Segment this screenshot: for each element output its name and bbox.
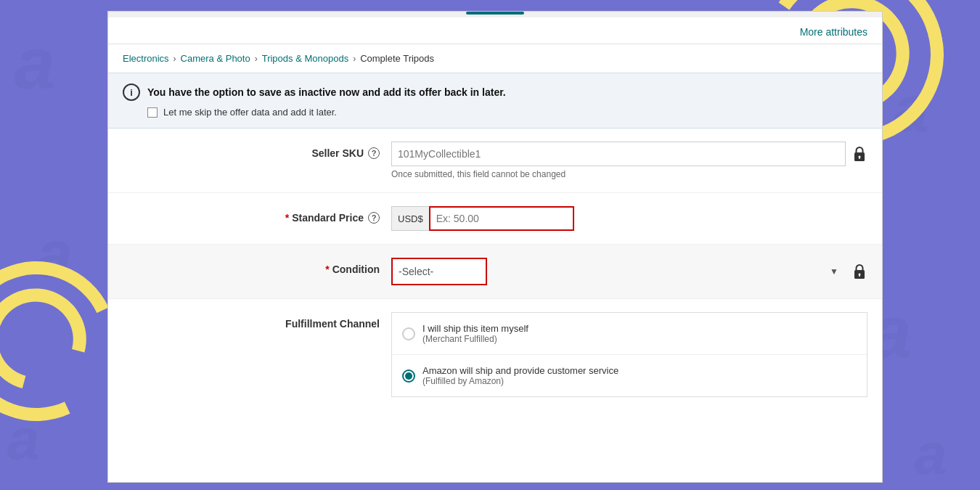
standard-price-input[interactable] — [429, 206, 574, 231]
spiral-inner-decoration — [0, 270, 105, 409]
seller-sku-field-col: Once submitted, this field cannot be cha… — [391, 142, 867, 179]
breadcrumb-item-tripods[interactable]: Tripods & Monopods — [262, 53, 348, 64]
price-field-row: USD$ — [391, 206, 867, 231]
info-banner-title-row: i You have the option to save as inactiv… — [123, 83, 867, 101]
info-banner-title-text: You have the option to save as inactive … — [147, 86, 506, 98]
breadcrumb-item-camera[interactable]: Camera & Photo — [181, 53, 250, 64]
condition-chevron-icon: ▼ — [830, 266, 838, 277]
seller-sku-label-col: Seller SKU ? — [108, 142, 391, 159]
condition-label: Condition — [332, 264, 380, 275]
standard-price-help-icon[interactable]: ? — [368, 212, 380, 224]
fulfillment-option-merchant-sub: (Merchant Fulfilled) — [422, 334, 528, 344]
standard-price-label: Standard Price — [292, 212, 364, 224]
seller-sku-hint: Once submitted, this field cannot be cha… — [391, 169, 867, 179]
info-icon: i — [123, 83, 140, 101]
info-banner: i You have the option to save as inactiv… — [108, 73, 882, 128]
standard-price-field-col: USD$ — [391, 206, 867, 231]
breadcrumb: Electronics › Camera & Photo › Tripods &… — [108, 44, 882, 73]
currency-label: USD$ — [391, 206, 429, 231]
seller-sku-label: Seller SKU — [311, 147, 364, 159]
seller-sku-input[interactable] — [391, 142, 846, 166]
condition-row: * Condition -Select- New Used - Like New… — [108, 245, 882, 299]
breadcrumb-sep-1: › — [173, 54, 176, 64]
condition-select-row: -Select- New Used - Like New Used - Very… — [391, 258, 867, 285]
breadcrumb-item-complete-tripods: Complete Tripods — [360, 53, 434, 64]
condition-select[interactable]: -Select- New Used - Like New Used - Very… — [391, 258, 487, 285]
fulfillment-option-merchant-label: I will ship this item myself — [422, 323, 528, 334]
progress-indicator — [466, 12, 524, 15]
standard-price-row: * Standard Price ? USD$ — [108, 193, 882, 245]
condition-select-wrapper: -Select- New Used - Like New Used - Very… — [391, 258, 846, 285]
fulfillment-label-col: Fulfillment Channel — [108, 312, 391, 330]
seller-sku-help-icon[interactable]: ? — [368, 147, 380, 159]
main-panel: More attributes Electronics › Camera & P… — [107, 11, 883, 483]
sku-field-row — [391, 142, 867, 166]
fulfillment-option-amazon-sub: (Fulfilled by Amazon) — [422, 376, 618, 386]
breadcrumb-sep-3: › — [353, 54, 356, 64]
seller-sku-row: Seller SKU ? Once submitted, this — [108, 128, 882, 193]
form-area: Seller SKU ? Once submitted, this — [108, 128, 882, 410]
fulfillment-field-col: I will ship this item myself (Merchant F… — [391, 312, 867, 397]
fulfillment-option-amazon-text: Amazon will ship and provide customer se… — [422, 365, 618, 386]
condition-lock-icon — [852, 264, 867, 279]
skip-offer-checkbox[interactable] — [147, 107, 158, 118]
more-attributes-link[interactable]: More attributes — [800, 26, 867, 38]
info-banner-checkbox-row: Let me skip the offer data and add it la… — [147, 107, 867, 118]
skip-offer-label: Let me skip the offer data and add it la… — [163, 107, 337, 118]
seller-sku-lock-icon — [852, 146, 867, 162]
standard-price-required-star: * — [285, 212, 289, 224]
fulfillment-option-amazon-label: Amazon will ship and provide customer se… — [422, 365, 618, 376]
fulfillment-radio-merchant — [402, 327, 415, 340]
more-attributes-bar: More attributes — [108, 17, 882, 44]
fulfillment-radio-amazon — [402, 369, 415, 383]
fulfillment-option-merchant[interactable]: I will ship this item myself (Merchant F… — [392, 313, 867, 355]
fulfillment-label: Fulfillment Channel — [285, 318, 380, 330]
fulfillment-options-container: I will ship this item myself (Merchant F… — [391, 312, 867, 397]
fulfillment-option-merchant-text: I will ship this item myself (Merchant F… — [422, 323, 528, 344]
fulfillment-row: Fulfillment Channel I will ship this ite… — [108, 299, 882, 410]
breadcrumb-item-electronics[interactable]: Electronics — [123, 53, 169, 64]
condition-required-star: * — [325, 264, 329, 275]
standard-price-label-col: * Standard Price ? — [108, 206, 391, 224]
fulfillment-option-amazon[interactable]: Amazon will ship and provide customer se… — [392, 355, 867, 396]
top-bar — [108, 12, 882, 17]
fulfillment-radio-amazon-dot — [405, 372, 412, 380]
condition-field-col: -Select- New Used - Like New Used - Very… — [391, 258, 867, 285]
condition-label-col: * Condition — [108, 258, 391, 275]
breadcrumb-sep-2: › — [255, 54, 258, 64]
